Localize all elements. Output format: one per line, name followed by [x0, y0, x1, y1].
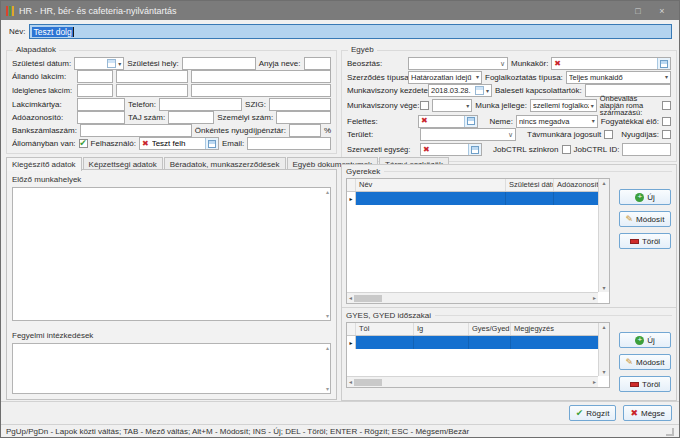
beosztas-combo[interactable]: ∨: [408, 57, 508, 70]
fegyelmi-intezkedesek-textarea[interactable]: ▴ ▾: [12, 343, 331, 394]
gyerekek-title: Gyerekek: [346, 167, 380, 176]
email-input[interactable]: [247, 137, 331, 150]
terulet-label: Terület:: [347, 130, 417, 139]
munkaviszony-vege-combo[interactable]: ▾: [432, 99, 472, 112]
scroll-left-icon[interactable]: ◂: [349, 295, 352, 301]
gyes-col-ig[interactable]: Ig: [414, 323, 469, 335]
scroll-down-icon[interactable]: ▾: [326, 386, 329, 392]
telefon-input[interactable]: [159, 98, 242, 111]
ideiglenes-lakcim-telepules-input[interactable]: [116, 84, 188, 97]
resize-grip-icon[interactable]: [666, 428, 674, 436]
munkaviszony-kezdete-picker[interactable]: 2018.03.28.▾: [428, 84, 492, 97]
browse-icon[interactable]: [468, 144, 481, 155]
onkentes-nyugdijpenztar-input[interactable]: [289, 124, 321, 137]
gyes-modosit-button[interactable]: ✎Módosít: [619, 354, 671, 370]
gyes-col-gyes-gyed[interactable]: Gyes/Gyed: [469, 323, 511, 335]
allando-lakcim-telepules-input[interactable]: [116, 70, 188, 83]
gyerekek-col-adoazonosito[interactable]: Adóazonosító: [554, 179, 598, 191]
gyes-col-megjegyzes[interactable]: Megjegyzés: [511, 323, 598, 335]
scroll-down-icon[interactable]: ▾: [602, 369, 605, 375]
felhasznalo-label: Felhasználó:: [91, 139, 136, 148]
neme-combo[interactable]: nincs megadva▾: [516, 115, 598, 128]
gyes-col-tol[interactable]: Tól: [356, 323, 414, 335]
gyes-grid[interactable]: Tól Ig Gyes/Gyed Megjegyzés ►: [346, 322, 610, 388]
name-input[interactable]: Teszt dolg: [29, 24, 672, 39]
taj-szam-input[interactable]: [168, 111, 214, 124]
gyerekek-hscrollbar[interactable]: ◂ ▸: [347, 292, 598, 303]
szervezeti-egyseg-lookup[interactable]: ✖: [420, 143, 482, 156]
gyerekek-uj-button[interactable]: +Új: [619, 189, 671, 205]
telefon-label: Telefon:: [128, 100, 156, 109]
felettes-lookup[interactable]: ✖: [418, 115, 478, 128]
gyerekek-torol-button[interactable]: Töröl: [619, 233, 671, 249]
felhasznalo-lookup[interactable]: ✖ Teszt felh: [139, 137, 219, 150]
allando-lakcim-irsz-input[interactable]: [77, 70, 113, 83]
clear-icon[interactable]: ✖: [421, 117, 428, 125]
ideiglenes-lakcim-utca-input[interactable]: [191, 84, 331, 97]
szuletesi-datum-picker[interactable]: ▾: [74, 57, 124, 70]
gyerekek-grid[interactable]: Név Születési dátum Adóazonosító ► ▴ ▾: [346, 178, 610, 304]
gyes-vscrollbar[interactable]: ▴ ▾: [598, 323, 609, 376]
browse-icon[interactable]: [657, 58, 670, 69]
nyugdijas-checkbox[interactable]: [662, 130, 671, 139]
allando-lakcim-utca-input[interactable]: [191, 70, 331, 83]
szuletesi-hely-input[interactable]: [182, 57, 256, 70]
szig-input[interactable]: [269, 98, 331, 111]
jobctrl-szinkron-checkbox[interactable]: [562, 145, 571, 154]
browse-icon[interactable]: [205, 138, 218, 149]
clear-icon[interactable]: ✖: [142, 140, 149, 148]
scrollbar-thumb[interactable]: [354, 295, 382, 302]
munka-jellege-combo[interactable]: szellemi foglalkoztatott▾: [530, 99, 597, 112]
anyja-neve-input[interactable]: [304, 57, 331, 70]
lakcimkartya-input[interactable]: [77, 98, 125, 111]
ideiglenes-lakcim-irsz-input[interactable]: [77, 84, 113, 97]
scroll-down-icon[interactable]: ▾: [602, 285, 605, 291]
scrollbar-thumb[interactable]: [354, 379, 382, 386]
adoazonosito-input[interactable]: [77, 111, 125, 124]
rogzit-button[interactable]: ✔Rögzít: [569, 405, 617, 421]
alapadatok-group: Alapadatok Születési dátum: ▾ Születési …: [6, 50, 337, 154]
jobctrl-id-input[interactable]: [622, 143, 671, 156]
tavmunkara-jogosult-checkbox[interactable]: [604, 130, 613, 139]
dropdown-icon: ▾: [591, 103, 594, 109]
gyes-uj-button[interactable]: +Új: [619, 332, 671, 348]
terulet-combo[interactable]: ∨: [420, 128, 516, 141]
scroll-left-icon[interactable]: ◂: [349, 379, 352, 385]
clear-icon[interactable]: ✖: [554, 60, 561, 68]
gyerekek-col-nev[interactable]: Név: [356, 179, 506, 191]
onbevallas-checkbox[interactable]: [662, 101, 671, 110]
bankszamlaszam-input[interactable]: [80, 124, 192, 137]
clear-icon[interactable]: ✖: [423, 146, 430, 154]
gyerekek-vscrollbar[interactable]: ▴ ▾: [598, 179, 609, 292]
browse-icon[interactable]: [464, 116, 477, 127]
gyes-selected-row[interactable]: ►: [347, 336, 598, 349]
allomanyban-van-checkbox[interactable]: ✔: [79, 139, 88, 148]
maximize-icon[interactable]: □: [626, 2, 650, 19]
scroll-right-icon[interactable]: ▸: [593, 295, 596, 301]
scroll-right-icon[interactable]: ▸: [593, 379, 596, 385]
gyerekek-col-szuletesi-datum[interactable]: Születési dátum: [506, 179, 554, 191]
gyes-hscrollbar[interactable]: ◂ ▸: [347, 376, 598, 387]
szemelyi-szam-input[interactable]: [276, 111, 331, 124]
gyerekek-selected-row[interactable]: ►: [347, 192, 598, 205]
scroll-up-icon[interactable]: ▴: [602, 180, 605, 186]
scroll-down-icon[interactable]: ▾: [326, 313, 329, 319]
gyerekek-modosit-button[interactable]: ✎Módosít: [619, 211, 671, 227]
elozo-munkahelyek-textarea[interactable]: ▴ ▾: [12, 187, 331, 321]
scroll-up-icon[interactable]: ▴: [326, 189, 329, 195]
fogyatekkal-elo-checkbox[interactable]: [662, 117, 671, 126]
edit-icon: ✎: [625, 215, 633, 224]
munkakor-lookup[interactable]: ✖: [551, 57, 671, 70]
alapadatok-title: Alapadatok: [13, 45, 59, 54]
scroll-up-icon[interactable]: ▴: [326, 345, 329, 351]
name-label: Név:: [9, 27, 25, 36]
szerzodes-tipusa-label: Szerződés típusa:: [347, 73, 405, 82]
foglalkoztatas-tipusa-combo[interactable]: Teljes munkaidő▾: [566, 71, 671, 84]
gyes-torol-button[interactable]: Töröl: [619, 376, 671, 392]
munkaviszony-vege-checkbox[interactable]: [420, 101, 429, 110]
close-icon[interactable]: ×: [650, 2, 674, 19]
tab-kiegeszito-adatok[interactable]: Kiegészítő adatok: [6, 157, 82, 171]
scroll-up-icon[interactable]: ▴: [602, 324, 605, 330]
megse-button[interactable]: ✖Mégse: [623, 405, 672, 421]
szerzodes-tipusa-combo[interactable]: Határozatlan idejű▾: [408, 71, 482, 84]
